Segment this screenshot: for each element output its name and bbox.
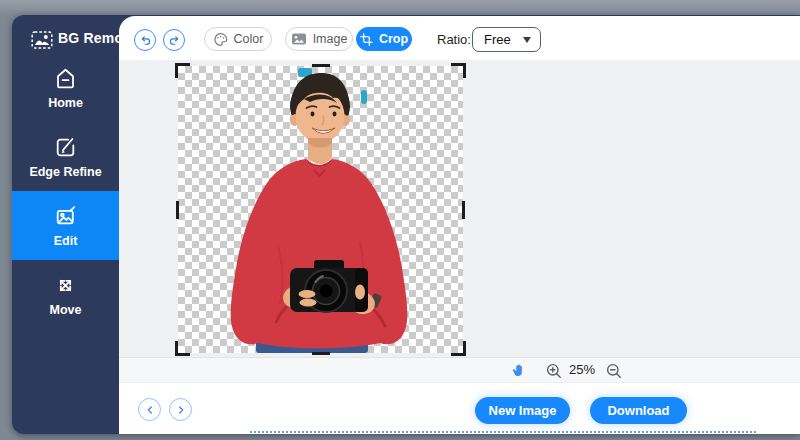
crop-handle-bottom-left[interactable]: [175, 341, 190, 356]
undo-arrow-icon: [138, 33, 153, 48]
sidebar-item-move[interactable]: Move: [12, 260, 119, 329]
zoom-toolbar: [119, 357, 800, 383]
chevron-left-icon: [144, 404, 156, 416]
crop-handle-left-center[interactable]: [176, 201, 179, 219]
crop-button-label: Crop: [379, 32, 408, 46]
crop-handle-top-right[interactable]: [451, 63, 466, 78]
sidebar-item-label: Edit: [54, 234, 78, 248]
redo-button[interactable]: [163, 29, 185, 51]
sidebar-item-label: Edge Refine: [29, 165, 101, 179]
zoom-in-icon: [548, 365, 561, 378]
move-icon: [53, 273, 78, 298]
crop-handle-right-center[interactable]: [462, 201, 465, 219]
crop-handle-bottom-center[interactable]: [312, 352, 330, 355]
sidebar-item-edge-refine[interactable]: Edge Refine: [12, 122, 119, 191]
window-bottom-dots: [250, 431, 756, 433]
sidebar: Home Edge Refine Edit Move: [12, 53, 119, 329]
zoom-out-button[interactable]: [606, 363, 622, 379]
undo-button[interactable]: [134, 29, 156, 51]
ratio-dropdown[interactable]: Free: [472, 27, 541, 52]
crop-handle-bottom-right[interactable]: [451, 341, 466, 356]
app-logo-icon: [31, 29, 53, 51]
next-image-button[interactable]: [169, 398, 192, 421]
ratio-label: Ratio:: [437, 32, 471, 47]
home-icon: [53, 66, 78, 91]
image-icon: [291, 32, 307, 46]
chevron-right-icon: [175, 404, 187, 416]
sidebar-item-label: Home: [48, 96, 83, 110]
pan-tool-button[interactable]: [511, 361, 528, 379]
sidebar-item-label: Move: [50, 303, 82, 317]
redo-arrow-icon: [167, 33, 182, 48]
edge-refine-icon: [53, 135, 78, 160]
color-button[interactable]: Color: [204, 27, 272, 51]
image-button-label: Image: [313, 32, 348, 46]
crop-handle-top-left[interactable]: [175, 63, 190, 78]
crop-button[interactable]: Crop: [356, 27, 412, 51]
crop-region[interactable]: [178, 66, 463, 353]
sidebar-item-home[interactable]: Home: [12, 53, 119, 122]
main-panel: Color Image Crop Ratio: Free: [119, 16, 800, 434]
prev-image-button[interactable]: [138, 398, 161, 421]
hand-icon: [513, 364, 522, 376]
crop-icon: [360, 33, 373, 46]
download-button[interactable]: Download: [590, 397, 687, 424]
zoom-out-icon: [608, 365, 621, 378]
subject-photo: [178, 66, 463, 353]
crop-handle-top-center[interactable]: [312, 64, 330, 67]
chevron-down-icon: [523, 37, 531, 43]
edit-icon: [53, 204, 78, 229]
footer-bar: [119, 383, 800, 434]
zoom-level: 25%: [565, 362, 599, 377]
color-button-label: Color: [234, 32, 264, 46]
new-image-button[interactable]: New Image: [475, 397, 570, 424]
ratio-value: Free: [484, 32, 511, 47]
app-window: BG Remover Home Edge Refine: [12, 15, 800, 434]
zoom-in-button[interactable]: [546, 363, 562, 379]
image-button[interactable]: Image: [285, 27, 353, 51]
sidebar-item-edit[interactable]: Edit: [12, 191, 119, 260]
palette-icon: [213, 32, 228, 47]
